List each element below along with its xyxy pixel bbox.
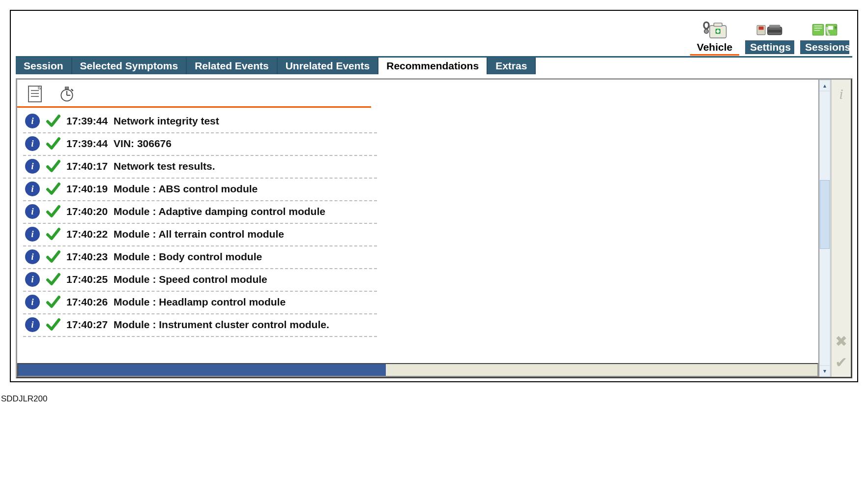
log-description: Module : Adaptive damping control module bbox=[114, 206, 325, 217]
scroll-up-icon[interactable]: ▴ bbox=[820, 81, 830, 91]
log-list: i17:39:44Network integrity testi17:39:44… bbox=[17, 108, 818, 363]
progress-fill bbox=[18, 364, 386, 376]
log-time: 17:40:23 bbox=[66, 251, 108, 263]
stopwatch-icon[interactable] bbox=[58, 85, 75, 103]
row-info-icon[interactable]: i bbox=[25, 182, 40, 196]
svg-rect-1 bbox=[714, 23, 722, 27]
log-description: Network integrity test bbox=[114, 115, 219, 127]
cancel-icon[interactable]: ✖ bbox=[835, 333, 847, 350]
log-row[interactable]: i17:40:27Module : Instrument cluster con… bbox=[23, 314, 377, 337]
log-description: Module : ABS control module bbox=[114, 183, 258, 195]
row-info-icon[interactable]: i bbox=[25, 114, 40, 128]
log-time: 17:39:44 bbox=[66, 138, 108, 150]
tab-bar: Session Selected Symptoms Related Events… bbox=[16, 56, 852, 74]
scroll-track[interactable] bbox=[820, 92, 830, 365]
document-icon[interactable] bbox=[27, 85, 44, 103]
log-row[interactable]: i17:40:25Module : Speed control module bbox=[23, 269, 377, 292]
log-time: 17:40:27 bbox=[66, 319, 108, 331]
log-row[interactable]: i17:39:44Network integrity test bbox=[23, 111, 377, 133]
session-notes-icon: ⎘ bbox=[811, 19, 838, 40]
work-area: i17:39:44Network integrity testi17:39:44… bbox=[16, 78, 852, 378]
check-icon bbox=[46, 249, 60, 264]
svg-rect-13 bbox=[828, 26, 833, 30]
svg-rect-21 bbox=[65, 87, 68, 89]
toolbar-settings-label: Settings bbox=[745, 40, 794, 54]
svg-line-24 bbox=[71, 89, 73, 91]
svg-rect-7 bbox=[759, 26, 764, 30]
check-icon bbox=[46, 272, 60, 287]
row-info-icon[interactable]: i bbox=[25, 317, 40, 332]
scroll-thumb[interactable] bbox=[820, 180, 830, 249]
svg-text:⎘: ⎘ bbox=[835, 26, 837, 30]
log-row[interactable]: i17:40:26Module : Headlamp control modul… bbox=[23, 292, 377, 314]
toolbar-vehicle-label: Vehicle bbox=[690, 40, 739, 54]
tab-unrelated-events[interactable]: Unrelated Events bbox=[278, 58, 379, 74]
log-description: Module : Speed control module bbox=[114, 274, 267, 285]
info-icon[interactable]: i bbox=[839, 86, 843, 102]
row-info-icon[interactable]: i bbox=[25, 249, 40, 264]
check-icon bbox=[46, 204, 60, 219]
svg-point-5 bbox=[704, 29, 708, 33]
tab-session[interactable]: Session bbox=[16, 58, 72, 74]
app-frame: Vehicle Settings bbox=[10, 10, 858, 382]
stethoscope-medkit-icon bbox=[701, 19, 728, 40]
tab-extras[interactable]: Extras bbox=[488, 58, 536, 74]
log-panel: i17:39:44Network integrity testi17:39:44… bbox=[17, 80, 818, 377]
check-icon bbox=[46, 227, 60, 242]
svg-rect-9 bbox=[768, 30, 782, 32]
log-time: 17:40:17 bbox=[66, 160, 108, 172]
log-row[interactable]: i17:40:20Module : Adaptive damping contr… bbox=[23, 201, 377, 224]
toolbar-sessions[interactable]: ⎘ Sessions bbox=[800, 19, 849, 54]
log-time: 17:40:20 bbox=[66, 206, 108, 217]
toolbar-settings[interactable]: Settings bbox=[745, 19, 794, 54]
check-icon bbox=[46, 182, 60, 196]
check-icon bbox=[46, 159, 60, 174]
log-time: 17:39:44 bbox=[66, 115, 108, 127]
device-printer-icon bbox=[756, 19, 783, 40]
log-time: 17:40:19 bbox=[66, 183, 108, 195]
log-time: 17:40:25 bbox=[66, 274, 108, 285]
log-row[interactable]: i17:40:23Module : Body control module bbox=[23, 246, 377, 269]
log-time: 17:40:26 bbox=[66, 296, 108, 308]
side-action-strip: i ✖ ✔ bbox=[830, 80, 851, 377]
log-row[interactable]: i17:40:19Module : ABS control module bbox=[23, 179, 377, 201]
svg-rect-4 bbox=[716, 31, 720, 32]
tab-related-events[interactable]: Related Events bbox=[187, 58, 278, 74]
row-info-icon[interactable]: i bbox=[25, 272, 40, 287]
log-description: Module : Headlamp control module bbox=[114, 296, 286, 308]
row-info-icon[interactable]: i bbox=[25, 136, 40, 151]
top-toolbar: Vehicle Settings bbox=[16, 16, 852, 54]
confirm-icon[interactable]: ✔ bbox=[835, 354, 847, 371]
check-icon bbox=[46, 295, 60, 309]
log-row[interactable]: i17:40:17Network test results. bbox=[23, 156, 377, 179]
log-row[interactable]: i17:39:44VIN: 306676 bbox=[23, 133, 377, 156]
tab-recommendations[interactable]: Recommendations bbox=[378, 58, 488, 74]
progress-bar bbox=[17, 363, 818, 377]
log-time: 17:40:22 bbox=[66, 228, 108, 240]
row-info-icon[interactable]: i bbox=[25, 204, 40, 219]
vertical-scrollbar[interactable]: ▴ ▾ bbox=[818, 80, 830, 377]
log-description: Module : Body control module bbox=[114, 251, 262, 263]
check-icon bbox=[46, 317, 60, 332]
check-icon bbox=[46, 136, 60, 151]
scroll-down-icon[interactable]: ▾ bbox=[820, 366, 830, 376]
row-info-icon[interactable]: i bbox=[25, 159, 40, 174]
row-info-icon[interactable]: i bbox=[25, 227, 40, 242]
svg-rect-10 bbox=[769, 25, 781, 28]
toolbar-vehicle[interactable]: Vehicle bbox=[690, 19, 739, 54]
log-description: Module : All terrain control module bbox=[114, 228, 284, 240]
check-icon bbox=[46, 114, 60, 128]
log-description: VIN: 306676 bbox=[114, 138, 172, 150]
log-row[interactable]: i17:40:22Module : All terrain control mo… bbox=[23, 224, 377, 246]
log-description: Network test results. bbox=[114, 160, 215, 172]
figure-caption: SDDJLR200 bbox=[0, 392, 868, 404]
tab-selected-symptoms[interactable]: Selected Symptoms bbox=[72, 58, 187, 74]
toolbar-sessions-label: Sessions bbox=[800, 40, 849, 54]
row-info-icon[interactable]: i bbox=[25, 295, 40, 309]
log-description: Module : Instrument cluster control modu… bbox=[114, 319, 329, 331]
log-header bbox=[17, 80, 371, 108]
